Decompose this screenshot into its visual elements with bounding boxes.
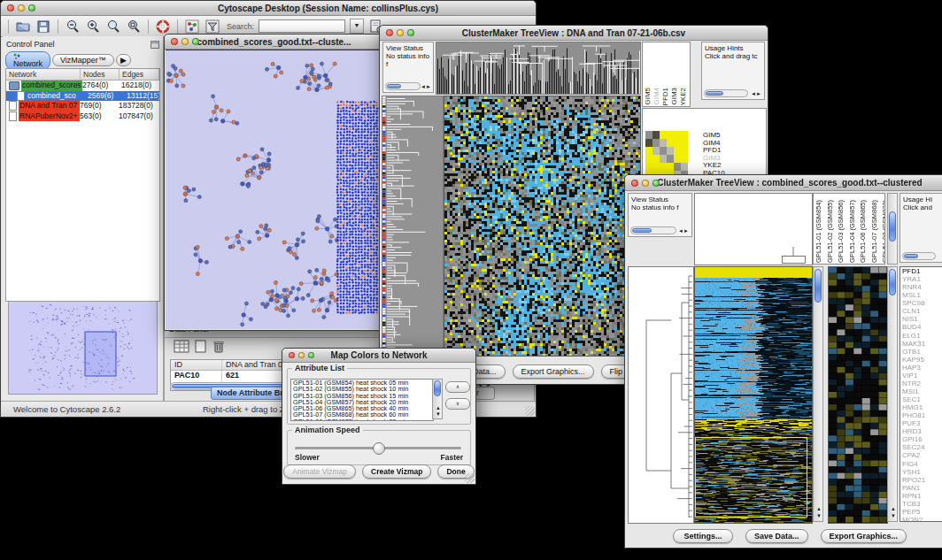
help-lifering-icon[interactable]: [155, 19, 171, 34]
matrix-cell[interactable]: [652, 147, 660, 155]
attribute-item[interactable]: GPL51-08 (GSM872) heat shock 80 min: [291, 418, 433, 421]
gene-label[interactable]: SPC98: [900, 299, 942, 307]
gene-label[interactable]: RNR4: [900, 283, 942, 291]
zoom-in-icon[interactable]: [85, 19, 101, 34]
scroll-right-arrow[interactable]: ►: [756, 91, 761, 97]
network-list-row[interactable]: DNA and Tran 07 769(0) 183728(0): [6, 101, 159, 111]
tab-vizmapper[interactable]: VizMapper™: [52, 54, 114, 66]
heatmap-vscrollbar[interactable]: ▲ ▼: [813, 266, 823, 522]
zoom-button[interactable]: [192, 38, 199, 45]
matrix-cell[interactable]: [660, 163, 667, 171]
column-label[interactable]: GIM4: [652, 88, 661, 105]
gene-label[interactable]: ELG1: [900, 332, 942, 340]
matrix-cell[interactable]: [667, 163, 674, 171]
gene-label[interactable]: YRA1: [900, 275, 942, 283]
scroll-up-arrow[interactable]: ▲: [891, 506, 896, 512]
vizmap-nodes-icon[interactable]: [184, 19, 200, 34]
gene-label[interactable]: TCB3: [900, 500, 942, 508]
column-label[interactable]: GIM5: [644, 88, 652, 105]
attribute-listbox[interactable]: GPL51-01 (GSM854) heat shock 05 minGPL51…: [290, 379, 434, 421]
animation-speed-slider[interactable]: [295, 447, 461, 449]
network-list-row[interactable]: combined_sco 2569(6) 13112(15): [6, 91, 159, 102]
treeview2-title-bar[interactable]: ClusterMaker TreeView : combined_scores_…: [625, 175, 942, 191]
gene-label[interactable]: PFD1: [900, 267, 942, 275]
zoom-out-icon[interactable]: [65, 19, 81, 34]
main-title-bar[interactable]: Cytoscape Desktop (Session Name: collins…: [1, 1, 536, 16]
gene-label[interactable]: KAP95: [900, 356, 942, 364]
attribute-list-scrollbar[interactable]: ▲ ▼: [432, 379, 443, 419]
gene-label[interactable]: YSH1: [900, 468, 942, 476]
network-view-title-bar[interactable]: combined_scores_good.txt--cluste...: [165, 35, 383, 50]
create-vizmap-button[interactable]: Create Vizmap: [362, 464, 431, 479]
matrix-cell[interactable]: [667, 131, 674, 139]
scroll-thumb[interactable]: [904, 254, 918, 258]
gene-label[interactable]: HRD3: [900, 427, 942, 435]
minimize-button[interactable]: [397, 29, 404, 36]
matrix-cell[interactable]: [674, 163, 681, 171]
slider-thumb[interactable]: [373, 442, 385, 455]
matrix-cell[interactable]: [667, 139, 674, 147]
matrix-cell[interactable]: [660, 155, 667, 163]
column-dendrogram[interactable]: [436, 42, 641, 95]
gene-label[interactable]: SEC1: [900, 395, 942, 403]
column-label[interactable]: GPL51-01 (GSM854): [815, 200, 824, 263]
scroll-thumb[interactable]: [889, 269, 896, 295]
gene-label[interactable]: HMG1: [900, 403, 942, 411]
gene-label[interactable]: MON2: [900, 516, 942, 522]
scroll-thumb[interactable]: [889, 211, 896, 242]
column-dendrogram[interactable]: [694, 193, 813, 265]
main-heatmap[interactable]: [694, 266, 813, 524]
close-button[interactable]: [171, 38, 178, 45]
matrix-cell[interactable]: [681, 155, 688, 163]
scroll-up-arrow[interactable]: ▲: [816, 506, 822, 512]
save-icon[interactable]: [35, 19, 51, 34]
gene-label[interactable]: HAP3: [900, 364, 942, 372]
resize-grip[interactable]: [465, 473, 475, 483]
close-button[interactable]: [7, 4, 14, 12]
column-scrollbar[interactable]: [887, 193, 898, 265]
filter-icon[interactable]: [205, 19, 220, 34]
gene-label[interactable]: RPN1: [900, 492, 942, 500]
open-file-icon[interactable]: [15, 19, 31, 34]
resize-grip[interactable]: [525, 406, 535, 416]
column-label[interactable]: GPL51-06 (GSM865): [859, 200, 869, 263]
zoom-fit-icon[interactable]: [126, 19, 142, 34]
gene-label[interactable]: VIP1: [900, 372, 942, 380]
move-down-button[interactable]: ∨: [445, 398, 470, 410]
minimize-button[interactable]: [298, 352, 305, 358]
zoom-button[interactable]: [407, 29, 414, 36]
zoom-selected-icon[interactable]: [105, 19, 121, 34]
gene-label[interactable]: NTR2: [900, 380, 942, 387]
treeview-action-button[interactable]: Save Data...: [745, 529, 808, 543]
matrix-cell[interactable]: [681, 139, 688, 147]
network-graph-canvas[interactable]: [166, 50, 382, 329]
gene-label[interactable]: MAK31: [900, 340, 942, 348]
matrix-cell[interactable]: [681, 163, 688, 171]
matrix-cell[interactable]: [674, 131, 681, 139]
treeview1-title-bar[interactable]: ClusterMaker TreeView : DNA and Tran 07-…: [380, 26, 768, 41]
minimize-button[interactable]: [181, 38, 189, 45]
scroll-up-arrow[interactable]: ▲: [436, 405, 441, 411]
gene-label[interactable]: PAN1: [900, 484, 942, 492]
network-list-row[interactable]: RNAPuberNov2+ 563(0) 107847(0): [6, 111, 159, 122]
matrix-cell[interactable]: [660, 131, 667, 139]
main-heatmap[interactable]: [444, 96, 641, 357]
gene-label[interactable]: NIS1: [900, 315, 942, 323]
scroll-thumb[interactable]: [706, 91, 723, 96]
scroll-down-arrow[interactable]: ▼: [891, 513, 896, 519]
zoom-button[interactable]: [652, 180, 660, 187]
gene-label[interactable]: CPA2: [900, 451, 942, 459]
matrix-cell[interactable]: [674, 155, 681, 163]
gene-label[interactable]: GTB1: [900, 348, 942, 356]
close-button[interactable]: [386, 29, 393, 36]
scroll-down-arrow[interactable]: ▼: [436, 411, 441, 418]
zoomed-heatmap[interactable]: [828, 266, 888, 524]
matrix-cell[interactable]: [645, 163, 652, 171]
tab-overflow-arrow[interactable]: ▶: [116, 54, 131, 66]
matrix-cell[interactable]: [667, 147, 674, 155]
matrix-cell[interactable]: [681, 147, 688, 155]
gene-label[interactable]: CLN1: [900, 307, 942, 315]
column-label[interactable]: GIM3: [670, 88, 679, 105]
row-dendrogram[interactable]: [382, 96, 444, 357]
column-label[interactable]: GPL51-07 (GSM868): [870, 200, 880, 263]
